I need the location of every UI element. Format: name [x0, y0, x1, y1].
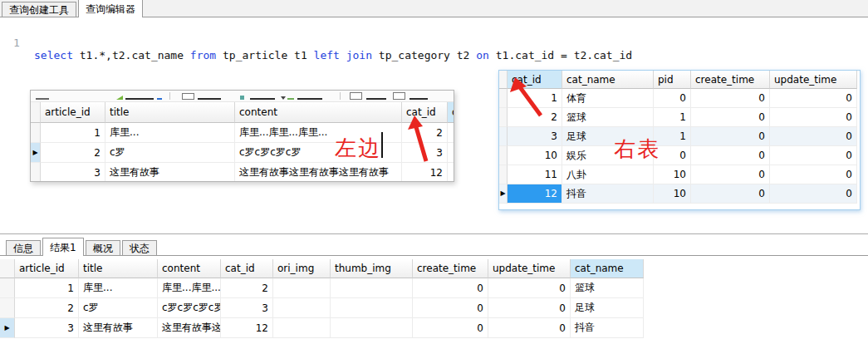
cell[interactable]: 0	[691, 108, 770, 127]
row-gutter-cell[interactable]	[31, 123, 41, 143]
cell[interactable]: 库里...	[105, 123, 235, 143]
tab-status[interactable]: 状态	[122, 240, 157, 255]
cell[interactable]: 库里...	[79, 278, 158, 298]
tab-info[interactable]: 信息	[6, 240, 41, 255]
row-gutter-cell[interactable]	[499, 108, 508, 127]
sql-code[interactable]: select t1.*,t2.cat_name from tp_article …	[34, 49, 632, 61]
cell[interactable]	[448, 143, 454, 163]
column-header-pid[interactable]: pid	[654, 71, 691, 89]
cell[interactable]	[273, 278, 331, 298]
column-header-article_id[interactable]: article_id	[15, 259, 79, 278]
cell[interactable]: 0	[691, 165, 770, 184]
cell[interactable]: 0	[488, 298, 571, 318]
row-gutter-cell[interactable]	[0, 278, 15, 298]
cell[interactable]: 这里有故事	[105, 163, 235, 182]
cell[interactable]: 2	[221, 278, 273, 298]
column-header-ori_img[interactable]: ori_img	[273, 259, 331, 278]
cell[interactable]: 抖音	[571, 318, 644, 338]
cell[interactable]: 这里有故事这里有故事这里有故事	[235, 163, 402, 182]
cell[interactable]: 库里...库里...库	[158, 278, 221, 298]
cell[interactable]: 八卦	[562, 165, 654, 184]
cell[interactable]: 0	[654, 89, 691, 108]
cell[interactable]: 10	[654, 165, 691, 184]
cell[interactable]: 10	[654, 184, 691, 204]
cell[interactable]: 2	[41, 143, 105, 163]
cell[interactable]: 0	[488, 278, 571, 298]
cell[interactable]: 11	[508, 165, 562, 184]
column-header-article_id[interactable]: article_id	[41, 102, 105, 123]
cell[interactable]: c罗	[79, 298, 158, 318]
cell[interactable]: 0	[691, 184, 770, 204]
row-gutter-cell[interactable]: ▶	[31, 143, 41, 163]
cell[interactable]	[331, 278, 413, 298]
column-header-cat_id[interactable]: cat_id	[221, 259, 273, 278]
column-header-create_time[interactable]: create_time	[413, 259, 488, 278]
column-header-update_time[interactable]: update_time	[770, 71, 857, 89]
cell[interactable]	[448, 123, 454, 143]
sql-editor[interactable]: 1 select t1.*,t2.cat_name from tp_articl…	[0, 17, 868, 67]
cell[interactable]: 0	[488, 318, 571, 338]
cell[interactable]: 0	[413, 298, 488, 318]
cell[interactable]: 足球	[571, 298, 644, 318]
cell[interactable]: 体育	[562, 89, 654, 108]
sql-line[interactable]: 1 select t1.*,t2.cat_name from tp_articl…	[0, 24, 868, 74]
cell[interactable]	[448, 163, 454, 182]
row-gutter-cell[interactable]	[0, 298, 15, 318]
cell[interactable]: 3	[221, 298, 273, 318]
tab-profile[interactable]: 概况	[86, 240, 120, 255]
row-gutter-cell[interactable]	[499, 165, 508, 184]
cell[interactable]: 0	[770, 146, 857, 165]
cell[interactable]: 这里有故事这	[158, 318, 221, 338]
cell[interactable]	[273, 298, 331, 318]
row-gutter-cell[interactable]	[499, 127, 508, 146]
cell[interactable]: 0	[413, 318, 488, 338]
column-header-cat_name[interactable]: cat_name	[562, 71, 654, 89]
cell[interactable]: 1	[15, 278, 79, 298]
column-header-cat_name[interactable]: cat_name	[571, 259, 644, 278]
row-gutter-cell[interactable]: ▶	[499, 184, 508, 204]
cell[interactable]: 1	[654, 108, 691, 127]
cell[interactable]: 0	[691, 89, 770, 108]
column-header-update_time[interactable]: update_time	[488, 259, 571, 278]
column-header-content[interactable]: content	[158, 259, 221, 278]
cell[interactable]: 0	[770, 108, 857, 127]
cell[interactable]: 0	[691, 146, 770, 165]
cell[interactable]: 12	[508, 184, 562, 204]
tab-query-editor[interactable]: 查询编辑器	[78, 0, 143, 17]
cell[interactable]: 0	[770, 165, 857, 184]
cell[interactable]: 篮球	[571, 278, 644, 298]
cell[interactable]: 0	[770, 127, 857, 146]
cell[interactable]: 3	[41, 163, 105, 182]
cell[interactable]: 篮球	[562, 108, 654, 127]
cell[interactable]: 3	[15, 318, 79, 338]
cell[interactable]: c罗c罗c罗c罗	[158, 298, 221, 318]
cell[interactable]: 0	[770, 89, 857, 108]
cell[interactable]: 2	[15, 298, 79, 318]
cell[interactable]: 12	[221, 318, 273, 338]
column-header-title[interactable]: title	[105, 102, 235, 123]
column-header-o[interactable]: o	[448, 102, 454, 123]
cell[interactable]: 10	[508, 146, 562, 165]
cell[interactable]: 3	[508, 127, 562, 146]
gutter-header-cell[interactable]	[31, 102, 41, 123]
column-header-content[interactable]: content	[235, 102, 402, 123]
cell[interactable]: 抖音	[562, 184, 654, 204]
tab-query-builder[interactable]: 查询创建工具	[2, 2, 76, 17]
cell[interactable]: 这里有故事	[79, 318, 158, 338]
cell[interactable]: 0	[691, 127, 770, 146]
cell[interactable]	[273, 318, 331, 338]
row-gutter-cell[interactable]	[31, 163, 41, 182]
row-gutter-cell[interactable]	[499, 146, 508, 165]
column-header-create_time[interactable]: create_time	[691, 71, 770, 89]
gutter-header-cell[interactable]	[499, 71, 508, 89]
row-gutter-cell[interactable]: ▶	[0, 318, 15, 338]
cell[interactable]: 1	[41, 123, 105, 143]
cell[interactable]	[331, 318, 413, 338]
gutter-header-cell[interactable]	[0, 259, 15, 278]
cell[interactable]: c罗	[105, 143, 235, 163]
cell[interactable]: 0	[413, 278, 488, 298]
column-header-title[interactable]: title	[79, 259, 158, 278]
cell[interactable]: 0	[770, 184, 857, 204]
cell[interactable]	[331, 298, 413, 318]
row-gutter-cell[interactable]	[499, 89, 508, 108]
